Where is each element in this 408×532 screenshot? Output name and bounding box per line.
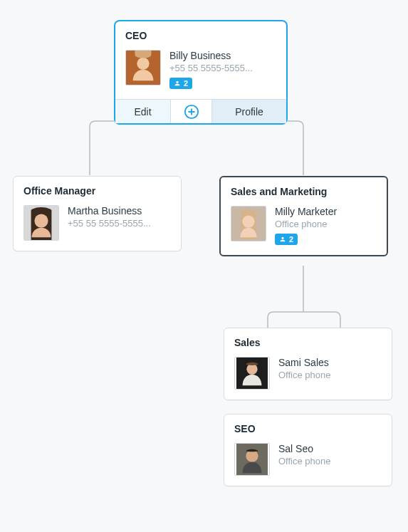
edit-button[interactable]: Edit xyxy=(115,100,171,123)
person-detail: +55 55 5555-5555... xyxy=(68,218,151,229)
person-detail: Office phone xyxy=(278,370,330,380)
role-label: CEO xyxy=(115,21,286,41)
person-detail: Office phone xyxy=(275,219,337,229)
card-actions: Edit Profile xyxy=(115,99,286,123)
svg-point-6 xyxy=(242,215,254,227)
card-sales-marketing[interactable]: Sales and Marketing Milly Marketer Offic… xyxy=(219,176,388,256)
svg-point-4 xyxy=(34,214,48,228)
person-detail: +55 55 5555-5555... xyxy=(169,63,253,73)
person-name: Billy Business xyxy=(169,50,253,61)
badge-count: 2 xyxy=(184,79,188,88)
role-label: SEO xyxy=(224,414,392,434)
card-office-manager[interactable]: Office Manager Martha Business +55 55 55… xyxy=(13,176,182,251)
profile-button[interactable]: Profile xyxy=(212,100,286,123)
person-name: Milly Marketer xyxy=(275,206,337,217)
avatar-milly xyxy=(231,206,266,241)
org-chart-canvas: { "cards": { "ceo": { "role": "CEO", "na… xyxy=(0,0,408,532)
person-name: Sal Seo xyxy=(278,443,330,454)
person-detail: Office phone xyxy=(278,456,330,466)
plus-circle-icon xyxy=(184,104,199,120)
role-label: Sales xyxy=(224,328,392,348)
person-name: Martha Business xyxy=(68,205,151,217)
avatar-sal xyxy=(234,443,270,476)
role-label: Office Manager xyxy=(14,177,181,197)
svg-point-1 xyxy=(137,58,149,70)
reports-badge: 2 xyxy=(275,234,298,245)
avatar-martha xyxy=(23,205,59,241)
reports-badge: 2 xyxy=(169,78,192,89)
person-name: Sami Sales xyxy=(278,357,330,368)
avatar-billy xyxy=(125,50,161,85)
card-seo[interactable]: SEO Sal Seo Office phone xyxy=(224,414,392,486)
card-ceo[interactable]: CEO Billy Business +55 55 5555-5555... 2… xyxy=(114,20,288,125)
add-button[interactable] xyxy=(171,100,212,123)
badge-count: 2 xyxy=(289,235,293,244)
card-sales[interactable]: Sales Sami Sales Office phone xyxy=(224,328,392,400)
avatar-sami xyxy=(234,357,270,390)
people-icon xyxy=(174,80,181,87)
people-icon xyxy=(279,236,286,243)
role-label: Sales and Marketing xyxy=(221,177,387,197)
